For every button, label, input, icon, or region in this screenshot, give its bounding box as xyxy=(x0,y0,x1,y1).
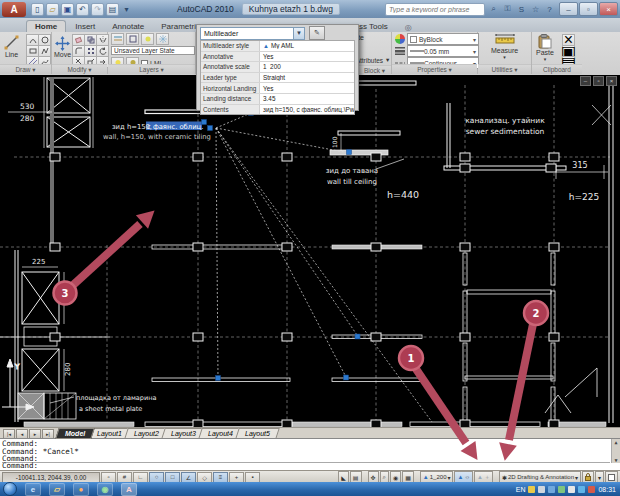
minimize-button[interactable]: – xyxy=(559,2,578,16)
paste-dropdown-icon[interactable]: ▾ xyxy=(544,56,547,62)
scroll-up-icon[interactable]: ▲ xyxy=(614,439,617,445)
lineweight-select[interactable]: 0.05 mm▾ xyxy=(407,45,479,57)
layers-panel-label[interactable]: Layers ▾ xyxy=(108,64,195,74)
properties-panel-label[interactable]: Properties ▾ xyxy=(392,64,477,74)
autocad-taskbar-icon[interactable]: A xyxy=(121,483,137,496)
command-scrollbar[interactable]: ▲ ▼ xyxy=(611,439,620,463)
gear-icon: ✱ xyxy=(502,474,507,481)
layer-freeze-icon[interactable] xyxy=(156,33,169,45)
first-tab-icon[interactable]: |◂ xyxy=(3,429,15,439)
dwg-restore-icon[interactable]: ▫ xyxy=(593,76,604,86)
measure-dropdown-icon[interactable]: ▾ xyxy=(503,54,506,60)
application-menu-button[interactable]: A xyxy=(2,2,26,17)
infocenter: ⌕ ⚿ S ☆ ? xyxy=(385,3,555,16)
measure-tool[interactable]: Measure ▾ xyxy=(491,34,518,60)
leader-text-line1b[interactable]: с фаянс. облиц. xyxy=(147,123,203,131)
search-icon[interactable]: ⌕ xyxy=(488,4,499,15)
object-color-select[interactable]: ByBlock▾ xyxy=(407,33,479,45)
favorites-star-icon[interactable]: ☆ xyxy=(530,4,541,15)
tab-home[interactable]: Home xyxy=(26,20,66,32)
layer-state-dropdown[interactable]: Unsaved Layer State xyxy=(111,46,195,55)
modify-panel-label[interactable]: Modify ▾ xyxy=(52,64,107,74)
open-icon[interactable]: ▱ xyxy=(46,3,59,16)
subscription-key-icon[interactable]: ⚿ xyxy=(502,4,513,15)
combo-dropdown-icon[interactable]: ▼ xyxy=(293,28,304,39)
layer-state-icon[interactable] xyxy=(126,33,139,45)
prev-tab-icon[interactable]: ◂ xyxy=(16,429,28,439)
communication-center-icon[interactable]: S xyxy=(516,4,527,15)
leader-text-line2[interactable]: wall, h=150, with ceramic tiling xyxy=(103,133,211,141)
close-button[interactable]: × xyxy=(599,2,618,16)
media-player-icon[interactable]: ● xyxy=(73,483,89,496)
title-bar: A ▯ ▱ ▣ ↶ ↷ ▤ ▾ AutoCAD 2010 Kuhnya etaz… xyxy=(0,0,620,18)
save-icon[interactable]: ▣ xyxy=(61,3,74,16)
dyn-toggle[interactable]: ≡ xyxy=(213,472,228,483)
grid-toggle[interactable]: # xyxy=(117,472,132,483)
window-title: AutoCAD 2010 Kuhnya etazh 1 b.dwg xyxy=(132,3,385,15)
quicktime-tray-icon[interactable] xyxy=(588,486,595,493)
otrack-toggle[interactable]: ∠ xyxy=(181,472,196,483)
ducs-toggle[interactable]: ◇ xyxy=(197,472,212,483)
command-line-window[interactable]: Command: Command: *Cancel* Command: Comm… xyxy=(0,438,620,471)
update-tray-icon[interactable] xyxy=(558,486,565,493)
utilities-panel-label[interactable]: Utilities ▾ xyxy=(478,64,531,74)
command-input[interactable]: Command: xyxy=(2,462,38,470)
ribbon-minimize-icon[interactable]: ◎ xyxy=(405,23,412,32)
coordinate-display[interactable]: -10041.13, 2044.39, 0.00 xyxy=(2,472,100,483)
layer-isolate-icon[interactable] xyxy=(141,33,154,45)
annotative-scale-value[interactable]: 1_200 xyxy=(260,63,354,70)
plot-icon[interactable]: ▤ xyxy=(106,3,119,16)
help-icon[interactable]: ? xyxy=(544,4,555,15)
file-explorer-icon[interactable]: ▱ xyxy=(49,483,65,496)
security-shield-icon[interactable] xyxy=(528,486,535,493)
layer-properties-icon[interactable] xyxy=(111,33,124,45)
scroll-down-icon[interactable]: ▼ xyxy=(614,457,617,463)
window-tray-icon[interactable] xyxy=(568,486,575,493)
action-center-flag-icon[interactable] xyxy=(548,486,555,493)
multileader-style-value[interactable]: ▲My AML xyxy=(260,42,354,49)
draw-panel-label[interactable]: Draw ▾ xyxy=(0,64,51,74)
contents-value[interactable]: зид h=150, с фаянс. облиц.\Pw... xyxy=(260,106,354,113)
polar-toggle[interactable]: ○ xyxy=(149,472,164,483)
browser-icon[interactable]: ◉ xyxy=(97,483,113,496)
multileader-combo[interactable]: Multileader ▼ xyxy=(200,27,305,40)
multileader-style-button[interactable]: ✎ xyxy=(309,26,325,40)
line-tool[interactable]: Line xyxy=(3,34,20,58)
horizontal-landing-value[interactable]: Yes xyxy=(260,85,354,92)
new-icon[interactable]: ▯ xyxy=(31,3,44,16)
redo-icon[interactable]: ↷ xyxy=(91,3,104,16)
taskbar-clock[interactable]: 08:31 xyxy=(598,486,616,493)
dwg-minimize-icon[interactable]: – xyxy=(580,76,591,86)
restore-button[interactable]: ▫ xyxy=(579,2,598,16)
osnap-toggle[interactable]: □ xyxy=(165,472,180,483)
label-h225: h=225 xyxy=(569,192,599,202)
qat-dropdown-icon[interactable]: ▾ xyxy=(121,4,132,15)
paste-tool[interactable]: Paste ▾ xyxy=(536,34,554,62)
annotative-value[interactable]: Yes xyxy=(260,53,354,60)
language-indicator[interactable]: EN xyxy=(516,486,526,493)
last-tab-icon[interactable]: ▸| xyxy=(42,429,54,439)
next-tab-icon[interactable]: ▸ xyxy=(29,429,41,439)
windows-taskbar: e ▱ ● ◉ A EN 08:31 xyxy=(0,482,620,496)
qp-toggle[interactable]: ▪ xyxy=(245,472,260,483)
ortho-toggle[interactable]: ∟ xyxy=(133,472,148,483)
snap-toggle[interactable]: ▫ xyxy=(101,472,116,483)
internet-explorer-icon[interactable]: e xyxy=(25,483,41,496)
drawing-canvas[interactable]: – ▫ × xyxy=(0,75,620,427)
autocad-window: A ▯ ▱ ▣ ↶ ↷ ▤ ▾ AutoCAD 2010 Kuhnya etaz… xyxy=(0,0,620,496)
sync-tray-icon[interactable] xyxy=(578,486,585,493)
tab-model[interactable]: Model xyxy=(55,428,95,439)
undo-icon[interactable]: ↶ xyxy=(76,3,89,16)
landing-distance-value[interactable]: 3.45 xyxy=(260,95,354,102)
lwt-toggle[interactable]: + xyxy=(229,472,244,483)
tab-insert[interactable]: Insert xyxy=(67,21,103,32)
start-button[interactable] xyxy=(3,482,17,496)
multileader-leaders[interactable] xyxy=(216,113,432,422)
printer-tray-icon[interactable] xyxy=(538,486,545,493)
dwg-close-icon[interactable]: × xyxy=(606,76,617,86)
search-input[interactable] xyxy=(385,3,485,16)
tab-annotate[interactable]: Annotate xyxy=(104,21,152,32)
dim-530: 530 xyxy=(20,102,35,111)
leader-type-value[interactable]: Straight xyxy=(260,74,354,81)
move-tool[interactable]: Move xyxy=(54,36,71,58)
